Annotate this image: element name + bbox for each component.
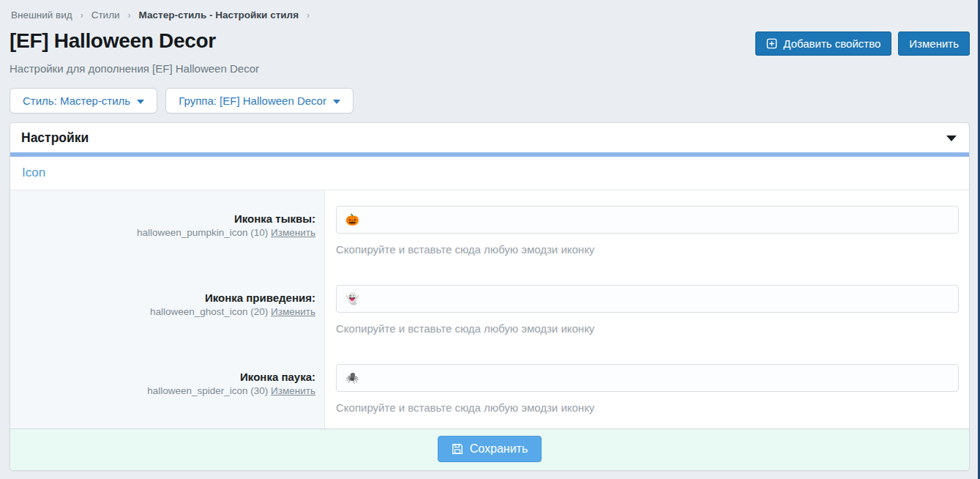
breadcrumb: Внешний вид › Стили › Мастер-стиль - Нас… [10,10,970,21]
setting-meta: halloween_spider_icon (30) Изменить [10,385,315,396]
setting-label-cell: Иконка паука: halloween_spider_icon (30)… [10,364,325,414]
add-property-button[interactable]: Добавить свойство [755,31,891,56]
setting-label-cell: Иконка тыквы: halloween_pumpkin_icon (10… [10,206,325,256]
setting-hint: Скопируйте и вставьте сюда любую эмодзи … [336,322,959,335]
breadcrumb-appearance[interactable]: Внешний вид [11,10,72,21]
setting-edit-link[interactable]: Изменить [271,306,315,317]
setting-row-pumpkin: Иконка тыквы: halloween_pumpkin_icon (10… [10,206,969,256]
floppy-disk-icon [452,443,463,455]
chevron-down-icon [137,100,144,104]
breadcrumb-styles[interactable]: Стили [91,10,120,21]
setting-hint: Скопируйте и вставьте сюда любую эмодзи … [336,401,959,414]
setting-label: Иконка приведения: [10,292,315,304]
group-dropdown-label: Группа: [EF] Halloween Decor [179,94,326,107]
setting-meta-name: halloween_pumpkin_icon (10) [137,227,268,238]
breadcrumb-style-properties[interactable]: Мастер-стиль - Настройки стиля [139,10,299,21]
edit-button[interactable]: Изменить [898,31,970,56]
setting-row-spider: Иконка паука: halloween_spider_icon (30)… [10,364,969,414]
setting-input-cell: Скопируйте и вставьте сюда любую эмодзи … [325,206,969,256]
add-property-label: Добавить свойство [783,37,880,50]
setting-label: Иконка паука: [10,371,315,383]
admin-page: Внешний вид › Стили › Мастер-стиль - Нас… [0,0,980,471]
settings-panel: Настройки Icon Иконка тыквы: halloween_p… [10,122,970,471]
ghost-icon-input[interactable] [336,285,959,313]
page-header: [EF] Halloween Decor Добавить свойство И… [10,30,970,56]
breadcrumb-separator-icon: › [128,10,131,21]
spider-icon-input[interactable] [336,364,959,392]
style-dropdown[interactable]: Стиль: Мастер-стиль [10,88,157,114]
setting-row-ghost: Иконка приведения: halloween_ghost_icon … [10,285,969,335]
setting-meta: halloween_ghost_icon (20) Изменить [10,306,315,317]
settings-form: Иконка тыквы: halloween_pumpkin_icon (10… [10,190,969,428]
breadcrumb-separator-icon: › [307,10,310,21]
breadcrumb-separator-icon: › [81,10,83,21]
save-button-label: Сохранить [470,442,528,456]
setting-meta-name: halloween_spider_icon (30) [147,385,268,396]
edit-button-label: Изменить [909,37,959,50]
setting-input-cell: Скопируйте и вставьте сюда любую эмодзи … [325,285,969,335]
style-dropdown-label: Стиль: Мастер-стиль [23,94,130,107]
page-subtitle: Настройки для дополнения [EF] Halloween … [10,62,970,75]
filter-bar: Стиль: Мастер-стиль Группа: [EF] Hallowe… [10,88,970,114]
setting-edit-link[interactable]: Изменить [271,385,315,396]
group-dropdown[interactable]: Группа: [EF] Halloween Decor [165,88,354,114]
group-heading-icon: Icon [10,157,969,190]
setting-meta: halloween_pumpkin_icon (10) Изменить [10,227,315,238]
setting-label-cell: Иконка приведения: halloween_ghost_icon … [10,285,325,335]
panel-footer: Сохранить [10,428,969,470]
setting-input-cell: Скопируйте и вставьте сюда любую эмодзи … [325,364,969,414]
settings-panel-title: Настройки [21,130,89,146]
setting-hint: Скопируйте и вставьте сюда любую эмодзи … [336,243,959,256]
collapse-caret-icon[interactable] [946,135,957,141]
setting-meta-name: halloween_ghost_icon (20) [150,306,268,317]
plus-square-icon [766,38,777,49]
setting-label: Иконка тыквы: [10,212,315,225]
settings-panel-header[interactable]: Настройки [10,123,969,157]
setting-edit-link[interactable]: Изменить [271,227,315,238]
save-button[interactable]: Сохранить [438,436,542,462]
page-title: [EF] Halloween Decor [10,30,216,53]
chevron-down-icon [333,100,340,104]
pumpkin-icon-input[interactable] [336,206,959,234]
header-buttons: Добавить свойство Изменить [755,31,970,56]
